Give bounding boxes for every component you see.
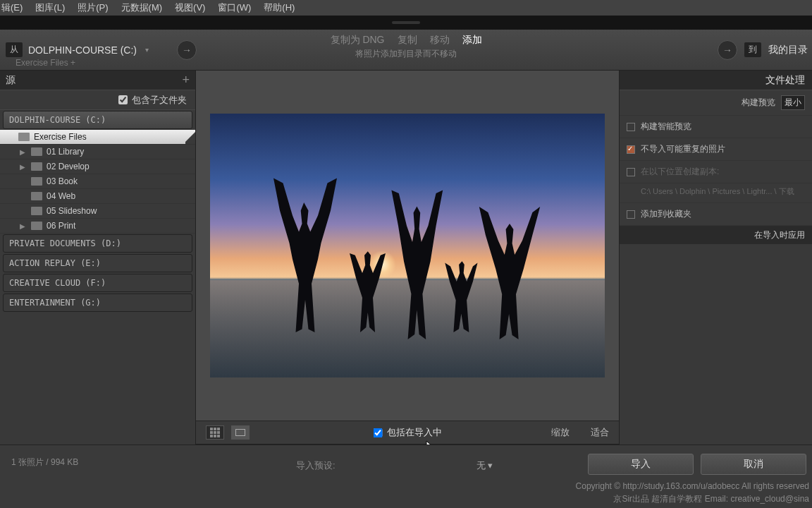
arrow-dest-icon[interactable]: → xyxy=(718,40,737,60)
disclosure-icon[interactable]: ▶ xyxy=(20,163,27,171)
cancel-button[interactable]: 取消 xyxy=(701,454,806,475)
preview-panel: 包括在导入中 缩放 适合 xyxy=(196,71,619,445)
source-subpath[interactable]: Exercise Files + xyxy=(16,58,75,68)
add-favorites-label: 添加到收藏夹 xyxy=(641,208,691,220)
include-subfolders-label: 包含子文件夹 xyxy=(132,94,187,107)
to-destination[interactable]: 我的目录 xyxy=(768,44,808,56)
single-icon xyxy=(235,429,245,436)
to-badge: 到 xyxy=(744,42,761,57)
op-move[interactable]: 移动 xyxy=(430,34,450,47)
make-copy-checkbox[interactable] xyxy=(627,168,635,176)
no-duplicate-label: 不导入可能重复的照片 xyxy=(641,143,725,155)
footer-bar: 1 张照片 / 994 KB 导入预设: 无 ▾ 导入 取消 Copyright… xyxy=(0,445,812,508)
add-favorites-checkbox[interactable] xyxy=(627,210,635,219)
include-in-import-checkbox[interactable] xyxy=(374,428,383,437)
file-handling-header[interactable]: 文件处理 xyxy=(620,71,812,90)
drive-header[interactable]: CREATIVE CLOUD (F:) xyxy=(3,274,192,292)
folder-icon xyxy=(31,147,42,156)
op-desc: 将照片添加到目录而不移动 xyxy=(331,48,482,60)
drive-header[interactable]: DOLPHIN-COURSE (C:) xyxy=(3,111,192,129)
op-add[interactable]: 添加 xyxy=(462,34,482,47)
folder-icon xyxy=(31,207,42,215)
zoom-label: 缩放 xyxy=(551,426,570,439)
single-view-button[interactable] xyxy=(231,425,250,440)
drive-header[interactable]: PRIVATE DOCUMENTS (D:) xyxy=(3,234,192,253)
menu-bar[interactable]: 辑(E) 图库(L) 照片(P) 元数据(M) 视图(V) 窗口(W) 帮助(H… xyxy=(0,0,812,16)
include-in-import-label: 包括在导入中 xyxy=(387,426,442,439)
menu-metadata[interactable]: 元数据(M) xyxy=(121,1,163,14)
source-header: 源 xyxy=(6,74,16,87)
credit-line-1: Copyright © http://study.163.com/u/adobe… xyxy=(576,480,809,492)
folder-exercise-files[interactable]: Exercise Files xyxy=(0,130,195,145)
folder-icon xyxy=(31,222,42,230)
build-preview-select[interactable]: 最小 xyxy=(781,95,805,110)
photo-preview[interactable] xyxy=(210,114,605,377)
no-duplicate-checkbox[interactable] xyxy=(627,145,635,154)
import-source-bar: 从 DOLPHIN-COURSE (C:) ▾ Exercise Files +… xyxy=(0,30,812,71)
menu-window[interactable]: 窗口(W) xyxy=(218,1,251,14)
credit-line-2: 京Sir出品 超清自学教程 Email: creative_cloud@sina xyxy=(576,492,809,505)
drive-header[interactable]: ENTERTAINMENT (G:) xyxy=(3,294,192,312)
add-source-icon[interactable]: + xyxy=(182,73,190,87)
fit-label[interactable]: 适合 xyxy=(591,426,609,439)
viewer-toolbar: 包括在导入中 缩放 适合 xyxy=(196,421,619,445)
menu-help[interactable]: 帮助(H) xyxy=(264,1,295,14)
import-preset-value[interactable]: 无 ▾ xyxy=(476,459,493,472)
op-copy-dng[interactable]: 复制为 DNG xyxy=(331,34,385,47)
disclosure-icon[interactable]: ▶ xyxy=(20,148,27,156)
right-panel: 文件处理 构建预览 最小 构建智能预览 不导入可能重复的照片 在以下位置创建副本… xyxy=(619,71,812,445)
smart-preview-checkbox[interactable] xyxy=(627,123,635,131)
disclosure-icon[interactable]: ▶ xyxy=(20,222,27,230)
folder-icon xyxy=(18,133,30,141)
folder-item[interactable]: 04 Web xyxy=(0,189,195,204)
folder-item[interactable]: ▶ 02 Develop xyxy=(0,159,195,174)
folder-item[interactable]: 05 Slideshow xyxy=(0,204,195,219)
arrow-next-icon[interactable]: → xyxy=(177,40,197,60)
source-drive[interactable]: DOLPHIN-COURSE (C:) xyxy=(28,44,137,56)
panel-collapse-top[interactable] xyxy=(0,16,812,30)
import-preset-label: 导入预设: xyxy=(296,459,336,472)
folder-icon xyxy=(31,177,42,186)
op-copy[interactable]: 复制 xyxy=(398,34,417,47)
photo-count: 1 张照片 / 994 KB xyxy=(11,456,78,468)
make-copy-label: 在以下位置创建副本: xyxy=(641,166,719,178)
folder-item[interactable]: ▶ 06 Print xyxy=(0,219,195,234)
from-badge: 从 xyxy=(6,42,23,57)
import-button[interactable]: 导入 xyxy=(588,454,694,475)
grid-view-button[interactable] xyxy=(206,425,224,440)
folder-item[interactable]: 03 Book xyxy=(0,174,195,189)
drive-header[interactable]: ACTION REPLAY (E:) xyxy=(3,254,192,272)
folder-item[interactable]: ▶ 01 Library xyxy=(0,145,195,159)
menu-photo[interactable]: 照片(P) xyxy=(78,1,108,14)
left-panel: 源 + 包含子文件夹 DOLPHIN-COURSE (C:) Exercise … xyxy=(0,71,196,445)
chevron-down-icon[interactable]: ▾ xyxy=(145,46,149,54)
smart-preview-label: 构建智能预览 xyxy=(641,121,691,133)
grid-icon xyxy=(210,428,220,437)
menu-library[interactable]: 图库(L) xyxy=(35,1,65,14)
apply-on-import-header[interactable]: 在导入时应用 xyxy=(620,226,812,244)
folder-icon xyxy=(31,192,42,200)
include-subfolders-checkbox[interactable] xyxy=(118,95,128,104)
copy-path: C:\ Users \ Dolphin \ Pictures \ Lightr.… xyxy=(620,183,812,203)
folder-icon xyxy=(31,162,42,171)
build-preview-label: 构建预览 xyxy=(742,97,775,109)
menu-view[interactable]: 视图(V) xyxy=(175,1,205,14)
menu-edit[interactable]: 辑(E) xyxy=(1,1,23,14)
